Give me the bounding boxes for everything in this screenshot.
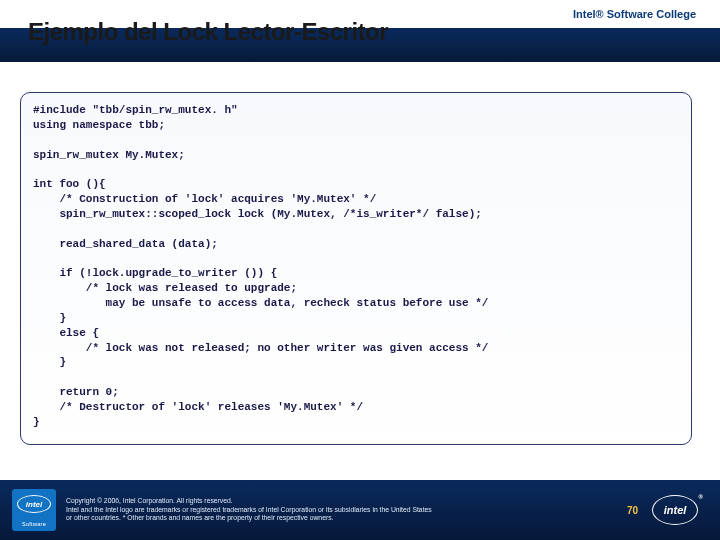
intel-software-badge: intel Software <box>12 489 56 531</box>
college-label: Intel® Software College <box>573 8 696 20</box>
footer: intel Software Copyright © 2006, Intel C… <box>0 480 720 540</box>
badge-subtext: Software <box>12 521 56 527</box>
copyright-text: Copyright © 2006, Intel Corporation. All… <box>66 497 617 522</box>
intel-logo-icon: intel <box>652 495 698 525</box>
page-number: 70 <box>627 505 638 516</box>
intel-logo-icon: intel <box>17 495 51 513</box>
code-block: #include "tbb/spin_rw_mutex. h" using na… <box>20 92 692 445</box>
slide-title: Ejemplo del Lock Lector-Escritor <box>28 18 388 46</box>
